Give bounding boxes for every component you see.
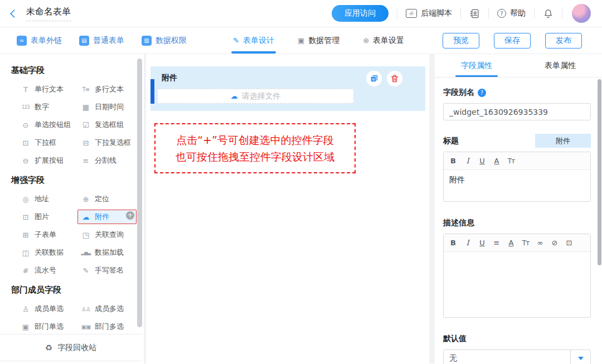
dept-multi-icon: ▣▣ — [81, 324, 91, 330]
tab-label: 表单设计 — [243, 36, 274, 46]
field-item-attachment-selected[interactable]: ☁附件+ — [77, 210, 137, 224]
field-grid: T单行文本T≡多行文本123数字▦日期时间⊙单选按钮组☑复选框组⊡下拉框⊟下拉复… — [11, 80, 144, 169]
field-item[interactable]: ◎地址 — [21, 192, 81, 206]
field-recycle-bin-button[interactable]: ♻ 字段回收站 — [0, 334, 142, 361]
publish-button[interactable]: 发布 — [545, 33, 582, 48]
shortcut-label: 普通表单 — [93, 36, 124, 46]
color-button[interactable]: A — [489, 153, 504, 169]
field-sections: 基础字段T单行文本T≡多行文本123数字▦日期时间⊙单选按钮组☑复选框组⊡下拉框… — [11, 65, 144, 336]
description-editor-body[interactable] — [444, 252, 590, 317]
backend-script-button[interactable]: ‹/› 后端脚本 — [406, 8, 452, 18]
field-item[interactable]: ◫关联数据 — [21, 245, 81, 260]
underline-button[interactable]: U — [475, 153, 489, 169]
field-item[interactable]: ⊟下拉复选框 — [81, 135, 141, 150]
field-label: 流水号 — [35, 265, 56, 275]
tab-field-properties[interactable]: 字段属性 — [435, 54, 518, 77]
link-button[interactable]: ∞ — [533, 235, 547, 251]
user-avatar[interactable] — [572, 4, 591, 23]
radio-group-icon: ⊙ — [21, 121, 31, 129]
field-item[interactable]: ⊡下拉框 — [21, 135, 81, 150]
attachment-widget-selected[interactable]: 附件 ☁ 请选择文件 — [151, 66, 425, 111]
color-button[interactable]: A — [504, 235, 518, 251]
field-label: 关联查询 — [95, 230, 124, 240]
field-item[interactable]: ◳关联查询 — [81, 227, 141, 242]
bold-button[interactable]: B — [446, 153, 460, 169]
form-design-canvas[interactable]: 附件 ☁ 请选择文件 — [146, 54, 429, 363]
back-icon[interactable] — [10, 9, 19, 18]
image-button[interactable]: ⊡ — [562, 235, 576, 251]
field-item[interactable]: ☑复选框组 — [81, 118, 141, 132]
field-item[interactable]: ≡分割线 — [81, 153, 141, 168]
form-shortcut[interactable]: ▥数据权限 — [142, 36, 187, 46]
description-editor: BIU≡ATт∞⊘⊡ — [443, 234, 591, 318]
add-field-plus-button[interactable]: + — [126, 211, 134, 220]
field-item[interactable]: 123数字 — [21, 100, 81, 114]
title-chip-button[interactable]: 附件 — [535, 134, 591, 148]
tab-form-design[interactable]: ✎表单设计 — [233, 27, 274, 54]
italic-button[interactable]: I — [460, 235, 475, 251]
field-item[interactable]: ⊕定位 — [81, 192, 141, 206]
form-shortcut[interactable]: ∞表单外链 — [17, 36, 62, 46]
save-button[interactable]: 保存 — [494, 33, 531, 48]
hint-line-1: 点击“+”号可创建选中的控件字段 — [176, 132, 334, 148]
code-icon: ‹/› — [406, 9, 417, 18]
fontsize-button[interactable]: Tт — [504, 153, 518, 169]
field-label: 附件 — [95, 212, 109, 222]
form-title[interactable]: 未命名表单 — [26, 6, 71, 21]
field-label: 手写签名 — [95, 265, 124, 275]
address-icon: ◎ — [21, 195, 31, 203]
tab-data-manage[interactable]: ▣数据管理 — [298, 27, 339, 54]
field-grid: ◎地址⊕定位⊡图片☁附件+⊞子表单◳关联查询◫关联数据▂▅▃数据加载#流水号✎手… — [11, 190, 144, 279]
italic-button[interactable]: I — [460, 153, 475, 169]
sidebar-scrollbar[interactable] — [137, 59, 142, 327]
field-label: 关联数据 — [35, 247, 64, 258]
bold-button[interactable]: B — [446, 235, 460, 251]
field-label: 部门单选 — [35, 322, 64, 332]
field-item[interactable]: ♙成员单选 — [21, 302, 81, 316]
align-button[interactable]: ≡ — [489, 235, 504, 251]
field-item[interactable]: ✎手写签名 — [81, 263, 141, 278]
underline-button[interactable]: U — [475, 235, 489, 251]
serial-number-icon: # — [21, 266, 31, 275]
default-value-select[interactable]: 无 — [443, 350, 591, 364]
field-item[interactable]: ▣▣部门多选 — [81, 319, 141, 334]
delete-widget-button[interactable] — [387, 71, 402, 86]
app-access-button[interactable]: 应用访问 — [332, 5, 389, 22]
shortcut-label: 表单外链 — [31, 36, 62, 46]
field-item[interactable]: ⊞子表单 — [21, 227, 81, 242]
field-item[interactable]: ♙♙成员多选 — [81, 302, 141, 316]
field-label: 单行文本 — [35, 84, 64, 94]
title-editor-body[interactable]: 附件 — [444, 170, 590, 201]
file-upload-button[interactable]: ☁ 请选择文件 — [157, 89, 354, 104]
member-multi-icon: ♙♙ — [81, 306, 91, 312]
field-item[interactable]: ⊡图片 — [21, 210, 81, 224]
preview-button[interactable]: 预览 — [443, 33, 479, 48]
field-item[interactable]: ⊙单选按钮组 — [21, 118, 81, 132]
tab-form-properties[interactable]: 表单属性 — [518, 54, 602, 77]
field-alias-input[interactable] — [443, 103, 591, 120]
field-alias-label: 字段别名 — [443, 88, 474, 98]
field-item[interactable]: ▣部门单选 — [21, 319, 81, 334]
field-item[interactable]: T≡多行文本 — [81, 82, 141, 96]
field-item[interactable]: T单行文本 — [21, 82, 81, 96]
extend-button-icon: ⊖ — [21, 157, 31, 165]
divider-icon: ≡ — [81, 157, 91, 165]
chart-box-icon: ▣ — [298, 36, 304, 45]
copy-widget-button[interactable] — [366, 71, 382, 86]
field-item[interactable]: ▦日期时间 — [81, 100, 141, 114]
hint-line-2: 也可按住拖拽至控件字段设计区域 — [176, 148, 334, 165]
tab-form-settings[interactable]: ⊛表单设置 — [363, 27, 404, 54]
select-caret-area[interactable] — [570, 350, 590, 364]
field-item[interactable]: ⊖扩展按钮 — [21, 153, 81, 168]
help-button[interactable]: ? 帮助 — [497, 8, 526, 18]
field-item[interactable]: ▂▅▃数据加载 — [81, 245, 141, 260]
form-shortcut[interactable]: ▤普通表单 — [79, 36, 124, 46]
panel-scrollbar[interactable] — [598, 79, 601, 265]
contacts-button[interactable] — [469, 8, 480, 19]
member-single-icon: ♙ — [21, 305, 31, 313]
field-item[interactable]: #流水号 — [21, 263, 81, 278]
notifications-button[interactable] — [543, 8, 554, 19]
alias-help-icon[interactable]: ? — [478, 89, 486, 97]
fontsize-button[interactable]: Tт — [518, 235, 533, 251]
unlink-button[interactable]: ⊘ — [547, 235, 562, 251]
